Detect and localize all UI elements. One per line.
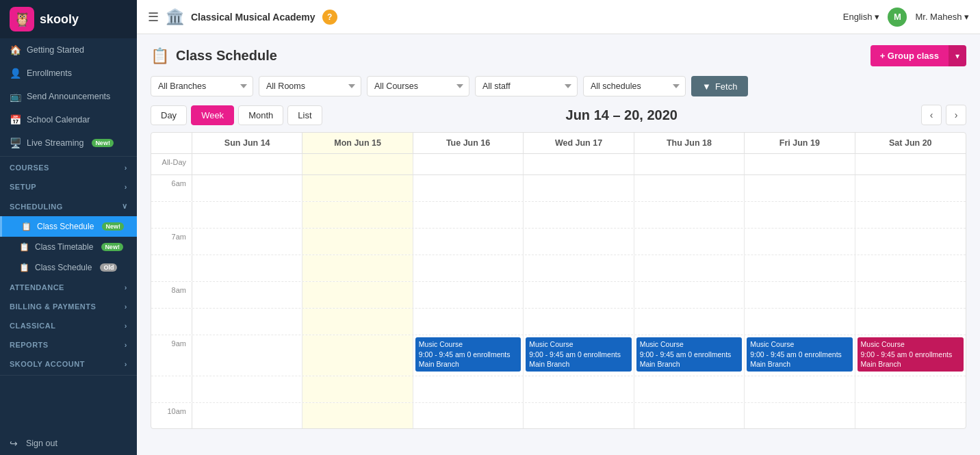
cell-thu-8am[interactable]	[634, 282, 745, 308]
cell-sat-8am[interactable]	[855, 282, 966, 308]
sidebar-item-class-schedule[interactable]: 📋 Class Schedule New!	[0, 216, 137, 237]
sidebar-section-setup[interactable]: SETUP ›	[0, 177, 137, 196]
group-class-dropdown-button[interactable]: ▾	[949, 45, 966, 66]
cell-fri-8am[interactable]	[745, 282, 855, 308]
cell-sun-8am-h[interactable]	[192, 309, 302, 335]
sidebar-section-attendance[interactable]: ATTENDANCE ›	[0, 278, 137, 297]
sidebar-section-scheduling[interactable]: SCHEDULING ∨	[0, 196, 137, 216]
cell-sun-6am-h[interactable]	[192, 202, 302, 228]
cell-thu-9am-h[interactable]	[634, 376, 745, 402]
event-music-sat[interactable]: Music Course 9:00 - 9:45 am 0 enrollment…	[858, 337, 964, 372]
cell-mon-7am[interactable]	[302, 229, 413, 255]
cell-tue-7am-h[interactable]	[413, 255, 524, 281]
event-music-fri[interactable]: Music Course 9:00 - 9:45 am 0 enrollment…	[747, 337, 852, 372]
cell-wed-8am[interactable]	[524, 282, 634, 308]
event-music-thu[interactable]: Music Course 9:00 - 9:45 am 0 enrollment…	[636, 337, 742, 372]
sidebar-section-reports[interactable]: REPORTS ›	[0, 335, 137, 354]
cell-wed-9am-h[interactable]	[524, 376, 634, 402]
cell-fri-9am-h[interactable]	[745, 376, 855, 402]
sidebar-section-billing[interactable]: BILLING & PAYMENTS ›	[0, 297, 137, 316]
sidebar-item-school-calendar[interactable]: 📅 School Calendar	[0, 108, 137, 131]
cell-sat-6am[interactable]	[855, 175, 966, 201]
cell-fri-10am[interactable]	[745, 403, 855, 428]
language-selector[interactable]: English ▾	[843, 12, 880, 22]
cell-wed-7am[interactable]	[524, 229, 634, 255]
group-class-button[interactable]: + Group class	[871, 45, 949, 66]
rooms-filter[interactable]: All Rooms	[259, 76, 361, 96]
cell-wed-7am-h[interactable]	[524, 255, 634, 281]
cell-sat-7am-h[interactable]	[855, 255, 966, 281]
cell-tue-9am[interactable]: Music Course 9:00 - 9:45 am 0 enrollment…	[413, 335, 524, 376]
cell-thu-6am-h[interactable]	[634, 202, 745, 228]
cell-fri-8am-h[interactable]	[745, 309, 855, 335]
cell-mon-6am-h[interactable]	[302, 202, 413, 228]
view-day-button[interactable]: Day	[151, 105, 187, 125]
cell-thu-10am[interactable]	[634, 403, 745, 428]
cell-sat-8am-h[interactable]	[855, 309, 966, 335]
sidebar-item-class-timetable[interactable]: 📋 Class Timetable New!	[0, 237, 137, 257]
cell-tue-6am-h[interactable]	[413, 202, 524, 228]
cell-wed-9am[interactable]: Music Course 9:00 - 9:45 am 0 enrollment…	[524, 335, 634, 376]
event-music-tue[interactable]: Music Course 9:00 - 9:45 am 0 enrollment…	[415, 337, 521, 372]
cell-sat-9am-h[interactable]	[855, 376, 966, 402]
cell-sun-7am-h[interactable]	[192, 255, 302, 281]
view-list-button[interactable]: List	[287, 105, 322, 125]
cell-thu-7am-h[interactable]	[634, 255, 745, 281]
cell-tue-6am[interactable]	[413, 175, 524, 201]
sidebar-item-enrollments[interactable]: 👤 Enrollments	[0, 62, 137, 85]
fetch-button[interactable]: ▼ Fetch	[691, 76, 748, 96]
cell-sun-9am-h[interactable]	[192, 376, 302, 402]
cell-tue-8am[interactable]	[413, 282, 524, 308]
cell-fri-6am-h[interactable]	[745, 202, 855, 228]
sidebar-section-courses[interactable]: COURSES ›	[0, 158, 137, 177]
cell-thu-6am[interactable]	[634, 175, 745, 201]
cell-sat-7am[interactable]	[855, 229, 966, 255]
sidebar-section-skooly-account[interactable]: SKOOLY ACCOUNT ›	[0, 354, 137, 374]
cell-wed-8am-h[interactable]	[524, 309, 634, 335]
cell-sun-9am[interactable]	[192, 335, 302, 376]
cell-thu-7am[interactable]	[634, 229, 745, 255]
cell-mon-6am[interactable]	[302, 175, 413, 201]
cell-thu-9am[interactable]: Music Course 9:00 - 9:45 am 0 enrollment…	[634, 335, 745, 376]
sidebar-item-live-streaming[interactable]: 🖥️ Live Streaming New!	[0, 131, 137, 155]
schedules-filter[interactable]: All schedules	[583, 76, 686, 96]
cell-wed-10am[interactable]	[524, 403, 634, 428]
sidebar-item-getting-started[interactable]: 🏠 Getting Started	[0, 38, 137, 62]
cell-sat-9am[interactable]: Music Course 9:00 - 9:45 am 0 enrollment…	[855, 335, 966, 376]
cell-mon-10am[interactable]	[302, 403, 413, 428]
cell-fri-9am[interactable]: Music Course 9:00 - 9:45 am 0 enrollment…	[745, 335, 855, 376]
staff-filter[interactable]: All staff	[475, 76, 578, 96]
cell-mon-9am[interactable]	[302, 335, 413, 376]
cell-thu-8am-h[interactable]	[634, 309, 745, 335]
cell-mon-7am-h[interactable]	[302, 255, 413, 281]
cell-fri-6am[interactable]	[745, 175, 855, 201]
prev-week-button[interactable]: ‹	[921, 105, 942, 125]
cell-wed-6am-h[interactable]	[524, 202, 634, 228]
cell-mon-8am-h[interactable]	[302, 309, 413, 335]
cell-tue-8am-h[interactable]	[413, 309, 524, 335]
cell-mon-8am[interactable]	[302, 282, 413, 308]
user-name[interactable]: Mr. Mahesh ▾	[915, 12, 969, 22]
sidebar-section-classical[interactable]: CLASSICAL ›	[0, 316, 137, 335]
cell-wed-6am[interactable]	[524, 175, 634, 201]
next-week-button[interactable]: ›	[946, 105, 966, 125]
event-music-wed[interactable]: Music Course 9:00 - 9:45 am 0 enrollment…	[526, 337, 631, 372]
cell-sun-7am[interactable]	[192, 229, 302, 255]
cell-sun-6am[interactable]	[192, 175, 302, 201]
cell-mon-9am-h[interactable]	[302, 376, 413, 402]
view-month-button[interactable]: Month	[238, 105, 283, 125]
cell-sun-10am[interactable]	[192, 403, 302, 428]
sidebar-item-sign-out[interactable]: ↪ Sign out	[0, 432, 137, 455]
cell-tue-9am-h[interactable]	[413, 376, 524, 402]
hamburger-icon[interactable]: ☰	[148, 10, 159, 25]
courses-filter[interactable]: All Courses	[367, 76, 469, 96]
cell-sat-6am-h[interactable]	[855, 202, 966, 228]
cell-sun-8am[interactable]	[192, 282, 302, 308]
cell-fri-7am-h[interactable]	[745, 255, 855, 281]
sidebar-item-class-schedule-old[interactable]: 📋 Class Schedule Old	[0, 257, 137, 278]
cell-tue-7am[interactable]	[413, 229, 524, 255]
branches-filter[interactable]: All Branches	[151, 76, 253, 96]
view-week-button[interactable]: Week	[191, 105, 234, 125]
cell-sat-10am[interactable]	[855, 403, 966, 428]
cell-fri-7am[interactable]	[745, 229, 855, 255]
